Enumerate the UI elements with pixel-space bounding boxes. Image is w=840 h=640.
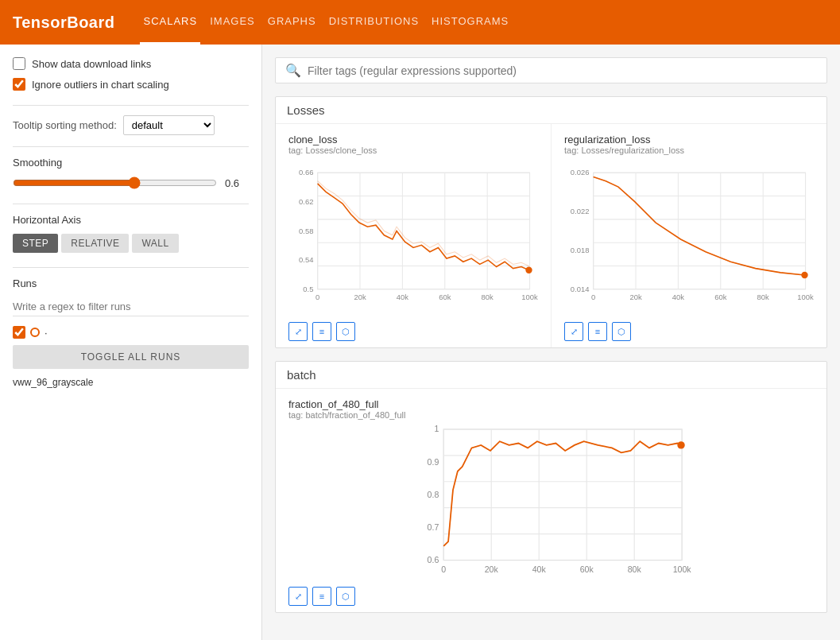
svg-rect-0: [318, 173, 530, 289]
smoothing-slider[interactable]: [13, 176, 217, 189]
download-image-icon[interactable]: ⬡: [612, 322, 631, 341]
chart-title: regularization_loss: [564, 134, 814, 145]
svg-text:0.018: 0.018: [571, 246, 590, 254]
run-checkbox[interactable]: [13, 326, 25, 339]
svg-text:0.54: 0.54: [299, 255, 313, 264]
smoothing-label: Smoothing: [13, 157, 249, 169]
app-logo: TensorBoard: [13, 14, 114, 32]
chart-tag: tag: batch/fraction_of_480_full: [288, 410, 814, 420]
chart-title: clone_loss: [288, 134, 538, 145]
ignore-outliers-checkbox[interactable]: [13, 78, 25, 91]
svg-text:0.7: 0.7: [428, 522, 439, 532]
nav-item-graphs[interactable]: GRAPHS: [265, 0, 319, 45]
sidebar: Show data download links Ignore outliers…: [0, 45, 262, 640]
chart-wrapper-clone_loss: clone_losstag: Losses/clone_loss0.660.62…: [276, 124, 552, 347]
svg-text:0.026: 0.026: [571, 168, 590, 176]
chart-area: 10.90.80.70.6020k40k60k80k100k: [288, 425, 814, 584]
svg-point-23: [525, 267, 532, 273]
divider-2: [13, 146, 249, 147]
svg-text:60k: 60k: [439, 293, 451, 301]
options-section: Show data download links Ignore outliers…: [13, 57, 249, 91]
svg-text:0: 0: [315, 293, 319, 301]
axis-btn-relative[interactable]: RELATIVE: [61, 234, 129, 253]
svg-text:0.58: 0.58: [299, 227, 313, 235]
svg-text:1: 1: [434, 425, 439, 433]
data-lines-icon[interactable]: ≡: [312, 322, 331, 341]
runs-filter-input[interactable]: [13, 297, 249, 316]
show-download-row: Show data download links: [13, 57, 249, 70]
show-download-checkbox[interactable]: [13, 57, 25, 70]
smoothing-value: 0.6: [225, 177, 249, 189]
charts-row: clone_losstag: Losses/clone_loss0.660.62…: [276, 124, 826, 347]
expand-icon[interactable]: ⤢: [564, 322, 583, 341]
horizontal-axis-label: Horizontal Axis: [13, 214, 249, 226]
svg-text:0.66: 0.66: [299, 168, 313, 176]
svg-text:100k: 100k: [521, 293, 538, 301]
chart-icons: ⤢≡⬡: [288, 322, 538, 341]
search-icon: 🔍: [285, 63, 301, 78]
chart-area: 0.660.620.580.540.5020k40k60k80k100k: [288, 160, 538, 319]
svg-text:0.5: 0.5: [303, 285, 313, 293]
smoothing-section: Smoothing 0.6: [13, 157, 249, 189]
expand-icon[interactable]: ⤢: [288, 322, 308, 341]
svg-text:0.8: 0.8: [428, 490, 439, 499]
download-image-icon[interactable]: ⬡: [336, 322, 355, 341]
nav-item-images[interactable]: IMAGES: [207, 0, 258, 45]
tooltip-row: Tooltip sorting method: default ascendin…: [13, 115, 249, 135]
svg-text:80k: 80k: [757, 293, 769, 301]
nav-item-distributions[interactable]: DISTRIBUTIONS: [326, 0, 422, 45]
tooltip-select[interactable]: default ascending descending nearest: [123, 115, 215, 135]
svg-text:100k: 100k: [797, 293, 814, 301]
navigation: SCALARSIMAGESGRAPHSDISTRIBUTIONSHISTOGRA…: [140, 0, 512, 45]
charts-row: fraction_of_480_fulltag: batch/fraction_…: [276, 389, 826, 612]
data-lines-icon[interactable]: ≡: [312, 587, 331, 606]
chart-wrapper-regularization_loss: regularization_losstag: Losses/regulariz…: [552, 124, 826, 347]
svg-point-46: [801, 272, 807, 278]
chart-icons: ⤢≡⬡: [564, 322, 814, 341]
svg-text:20k: 20k: [354, 293, 366, 301]
divider-4: [13, 267, 249, 268]
search-input[interactable]: [308, 64, 817, 77]
download-image-icon[interactable]: ⬡: [336, 587, 355, 606]
svg-text:0.62: 0.62: [299, 197, 313, 206]
section-header: batch: [276, 362, 826, 389]
data-lines-icon[interactable]: ≡: [588, 322, 607, 341]
main-layout: Show data download links Ignore outliers…: [0, 45, 840, 640]
header: TensorBoard SCALARSIMAGESGRAPHSDISTRIBUT…: [0, 0, 840, 45]
svg-text:20k: 20k: [629, 293, 641, 301]
svg-text:40k: 40k: [672, 293, 684, 301]
nav-item-scalars[interactable]: SCALARS: [140, 0, 200, 45]
chart-icons: ⤢≡⬡: [288, 587, 814, 606]
runs-label: Runs: [13, 277, 249, 289]
svg-text:40k: 40k: [532, 564, 547, 574]
chart-wrapper-fraction_of_480_full: fraction_of_480_fulltag: batch/fraction_…: [276, 389, 826, 612]
svg-text:80k: 80k: [482, 293, 494, 301]
axis-btn-step[interactable]: STEP: [13, 234, 58, 253]
content-area: 🔍 Lossesclone_losstag: Losses/clone_loss…: [262, 45, 840, 640]
svg-text:0.6: 0.6: [428, 555, 439, 564]
toggle-runs-button[interactable]: TOGGLE ALL RUNS: [13, 345, 249, 369]
show-download-label: Show data download links: [32, 58, 151, 70]
chart-section-batch: batchfraction_of_480_fulltag: batch/frac…: [275, 361, 827, 613]
expand-icon[interactable]: ⤢: [288, 587, 308, 606]
svg-text:60k: 60k: [580, 564, 594, 574]
chart-section-losses: Lossesclone_losstag: Losses/clone_loss0.…: [275, 96, 827, 348]
chart-area: 0.0260.0220.0180.014020k40k60k80k100k: [564, 160, 814, 319]
svg-text:20k: 20k: [485, 564, 499, 574]
svg-text:0: 0: [591, 293, 595, 301]
smoothing-row: 0.6: [13, 176, 249, 189]
runs-section: Runs · TOGGLE ALL RUNS vww_96_grayscale: [13, 277, 249, 388]
svg-point-70: [677, 441, 684, 448]
svg-text:0.9: 0.9: [428, 457, 439, 467]
svg-text:0.022: 0.022: [571, 207, 590, 215]
run-name: vww_96_grayscale: [13, 377, 249, 388]
svg-text:40k: 40k: [397, 293, 408, 301]
chart-sections: Lossesclone_losstag: Losses/clone_loss0.…: [275, 96, 827, 613]
nav-item-histograms[interactable]: HISTOGRAMS: [428, 0, 512, 45]
run-row: ·: [13, 326, 249, 339]
search-bar: 🔍: [275, 57, 827, 83]
chart-title: fraction_of_480_full: [288, 398, 814, 410]
axis-buttons: STEPRELATIVEWALL: [13, 234, 249, 253]
svg-text:80k: 80k: [628, 564, 642, 574]
axis-btn-wall[interactable]: WALL: [132, 234, 178, 253]
